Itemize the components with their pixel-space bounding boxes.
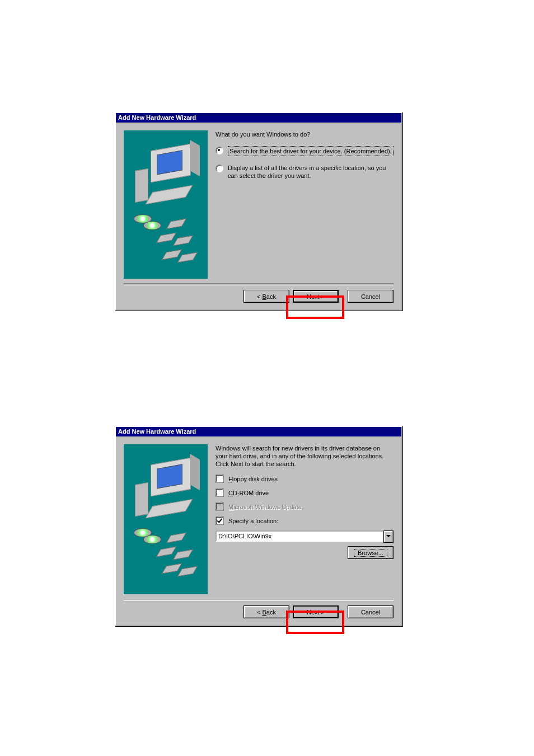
checkbox-label-msupdate: Microsoft Windows Update	[228, 503, 302, 511]
checkbox-label-cdrom: CD-ROM drive	[228, 489, 269, 497]
radio-label-list: Display a list of all the drivers in a s…	[228, 164, 394, 180]
browse-row: Browse...	[216, 546, 394, 559]
radio-option-list[interactable]: Display a list of all the drivers in a s…	[216, 164, 394, 180]
next-button[interactable]: Next >	[293, 605, 339, 618]
cancel-button[interactable]: Cancel	[348, 290, 394, 303]
radio-label-search: Search for the best driver for your devi…	[228, 146, 394, 156]
checkbox-specify[interactable]: Specify a location:	[216, 516, 394, 525]
wizard-dialog-1: Add New Hardware Wizard What do you want…	[115, 112, 402, 311]
checkbox-label-specify: Specify a location:	[228, 517, 278, 525]
wizard-dialog-2: Add New Hardware Wizard Windows will sea…	[115, 426, 402, 626]
prompt-text: What do you want Windows to do?	[216, 130, 394, 138]
checkbox-icon	[216, 475, 224, 483]
main-panel: Windows will search for new drivers in i…	[216, 444, 394, 594]
dialog-content: Windows will search for new drivers in i…	[116, 436, 401, 597]
cancel-button[interactable]: Cancel	[348, 605, 394, 618]
back-button[interactable]: < Back	[243, 290, 289, 303]
titlebar: Add New Hardware Wizard	[116, 113, 401, 123]
button-row: < Back Next > Cancel	[116, 285, 401, 309]
location-input[interactable]	[216, 530, 383, 542]
location-row	[216, 530, 394, 543]
description-text: Windows will search for new drivers in i…	[216, 444, 394, 468]
wizard-graphic	[124, 130, 208, 279]
browse-button[interactable]: Browse...	[348, 546, 394, 559]
dropdown-button[interactable]	[383, 530, 394, 543]
dialog-content: What do you want Windows to do? Search f…	[116, 123, 401, 281]
radio-icon	[216, 165, 223, 172]
checkbox-icon	[216, 489, 224, 497]
titlebar: Add New Hardware Wizard	[116, 427, 401, 436]
checkbox-icon	[216, 516, 224, 525]
radio-option-search[interactable]: Search for the best driver for your devi…	[216, 146, 394, 156]
checkbox-msupdate: Microsoft Windows Update	[216, 503, 394, 511]
main-panel: What do you want Windows to do? Search f…	[216, 130, 394, 279]
back-button[interactable]: < Back	[243, 605, 289, 618]
button-row: < Back Next > Cancel	[116, 601, 401, 625]
checkbox-floppy[interactable]: Floppy disk drives	[216, 475, 394, 483]
checkbox-label-floppy: Floppy disk drives	[228, 475, 278, 483]
checkbox-cdrom[interactable]: CD-ROM drive	[216, 489, 394, 497]
checkbox-icon	[216, 503, 224, 511]
next-button[interactable]: Next >	[293, 290, 339, 303]
wizard-graphic	[124, 444, 208, 594]
radio-icon	[216, 147, 223, 154]
